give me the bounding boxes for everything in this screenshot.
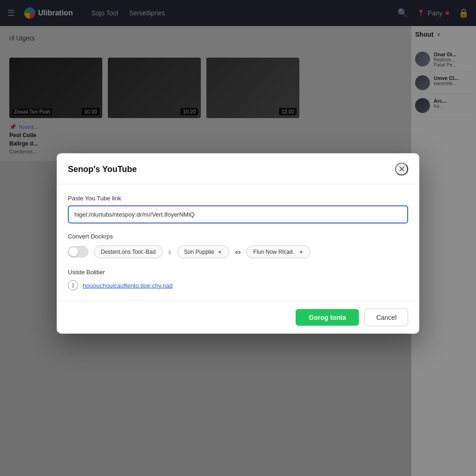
confirm-button[interactable]: Gorog tonta bbox=[296, 309, 359, 326]
modal-footer: Gorog tonta Cancel bbox=[57, 301, 419, 334]
usiste-number: 2 bbox=[68, 280, 78, 291]
modal-close-button[interactable]: ✕ bbox=[395, 163, 408, 176]
usiste-row: 2 hououchouicauftento.tloe:chy.nad bbox=[68, 280, 408, 291]
url-input[interactable] bbox=[68, 205, 408, 224]
convert-x-icon: x bbox=[168, 248, 172, 256]
url-label: Paste You.Tube link bbox=[68, 195, 408, 202]
usiste-label: Usiste Bolitier bbox=[68, 269, 408, 276]
convert-dropdown-right[interactable]: Flun Now Rlcad. ▼ bbox=[246, 245, 311, 258]
usiste-link[interactable]: hououchouicauftento.tloe:chy.nad bbox=[83, 282, 172, 289]
convert-row: Destent.ons Tool:-Bad x Son Pupplie ▼ ⇔ … bbox=[68, 245, 408, 258]
convert-label: Convert Dockrps bbox=[68, 233, 408, 240]
cancel-button[interactable]: Cancel bbox=[364, 309, 408, 326]
toggle-track[interactable] bbox=[68, 246, 88, 258]
modal-title: Senop's YouTube bbox=[68, 164, 137, 174]
toggle-thumb bbox=[69, 247, 78, 257]
youtube-modal: Senop's YouTube ✕ Paste You.Tube link Co… bbox=[57, 153, 419, 334]
convert-section: Convert Dockrps Destent.ons Tool:-Bad x … bbox=[68, 233, 408, 258]
usiste-section: Usiste Bolitier 2 hououchouicauftento.tl… bbox=[68, 269, 408, 291]
convert-dropdown-left[interactable]: Son Pupplie ▼ bbox=[177, 245, 229, 258]
convert-toggle[interactable] bbox=[68, 246, 88, 258]
dropdown-right-label: Flun Now Rlcad. bbox=[253, 249, 294, 255]
modal-body: Paste You.Tube link Convert Dockrps Dest… bbox=[57, 185, 419, 301]
convert-badge[interactable]: Destent.ons Tool:-Bad bbox=[94, 245, 163, 258]
modal-header: Senop's YouTube ✕ bbox=[57, 153, 419, 185]
convert-arrow-icon: ⇔ bbox=[235, 247, 241, 256]
dropdown-left-label: Son Pupplie bbox=[184, 249, 214, 255]
